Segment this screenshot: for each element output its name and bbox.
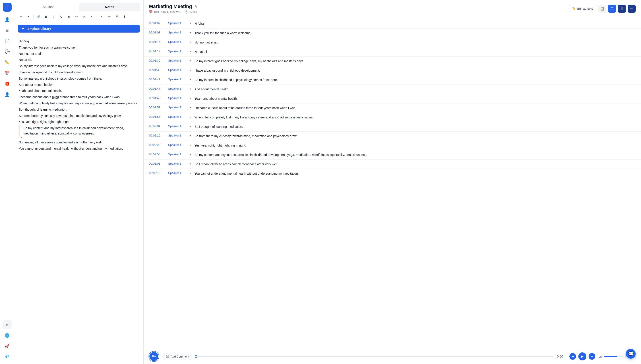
ts-time-15[interactable]: 00:03:08 <box>149 162 164 165</box>
tab-ai-chat[interactable]: AI Chat <box>18 3 78 11</box>
sidebar-icon-edit[interactable]: ✏️ <box>3 58 12 67</box>
ts-speaker-3[interactable]: Speaker 1 <box>168 50 186 53</box>
ts-time-10[interactable]: 00:01:57 <box>149 115 164 118</box>
ts-chevron-11[interactable]: ▾ <box>190 125 191 128</box>
floating-chat-btn[interactable]: 💬 <box>626 349 636 359</box>
toolbar-download-btn[interactable]: ⬇ <box>121 14 128 20</box>
toolbar-italic-btn[interactable]: I <box>51 14 57 20</box>
download-btn[interactable]: ⬇ <box>618 5 626 13</box>
tab-notes[interactable]: Notes <box>80 3 140 11</box>
doc-icon-btn[interactable]: 📋 <box>598 5 606 13</box>
ts-chevron-8[interactable]: ▾ <box>190 97 191 100</box>
ts-time-0[interactable]: 00:01:07 <box>149 22 164 25</box>
ts-chevron-10[interactable]: ▾ <box>190 116 191 119</box>
rewind-btn[interactable]: ⏮ <box>570 353 576 360</box>
editor-area[interactable]: Hi Viraj. Thank you for, for such a warm… <box>14 35 144 364</box>
ts-time-11[interactable]: 00:02:04 <box>149 124 164 128</box>
toolbar-strikethrough-btn[interactable]: S <box>66 14 72 20</box>
ts-time-16[interactable]: 00:03:13 <box>149 171 164 175</box>
ts-time-9[interactable]: 00:01:51 <box>149 106 164 109</box>
ts-time-2[interactable]: 00:01:16 <box>149 40 164 44</box>
ts-speaker-11[interactable]: Speaker 1 <box>168 124 186 128</box>
sidebar-icon-users[interactable]: 👤 <box>3 15 12 24</box>
ts-speaker-12[interactable]: Speaker 1 <box>168 134 186 137</box>
toolbar-copy-btn[interactable]: ⧉ <box>114 14 120 20</box>
ts-time-4[interactable]: 00:01:30 <box>149 59 164 62</box>
sidebar-icon-translate[interactable]: 🌐 <box>3 331 12 340</box>
toolbar-redo-btn[interactable]: ↷ <box>106 14 112 20</box>
sidebar-icon-calendar[interactable]: 📅 <box>3 69 12 78</box>
ts-speaker-8[interactable]: Speaker 1 <box>168 96 186 100</box>
ts-chevron-16[interactable]: ▾ <box>190 172 191 175</box>
ts-chevron-2[interactable]: ▾ <box>190 40 191 44</box>
volume-bar[interactable] <box>604 356 622 357</box>
ts-speaker-2[interactable]: Speaker 1 <box>168 40 186 44</box>
sidebar-expand-btn[interactable]: » <box>3 320 12 329</box>
ts-speaker-10[interactable]: Speaker 1 <box>168 115 186 118</box>
ts-time-3[interactable]: 00:01:17 <box>149 50 164 53</box>
toolbar-underline-btn[interactable]: U <box>58 14 64 20</box>
ts-time-7[interactable]: 00:01:47 <box>149 87 164 90</box>
ts-chevron-6[interactable]: ▾ <box>190 78 191 81</box>
ts-chevron-13[interactable]: ▾ <box>190 144 191 147</box>
editor-line-14: Yes, yes, right, right, right, right, ri… <box>19 119 139 125</box>
sidebar-icon-rocket[interactable]: 🚀 <box>3 342 12 350</box>
ts-chevron-9[interactable]: ▾ <box>190 106 191 109</box>
transcript-list: 00:01:07 Speaker 1 ▾ Hi Viraj. 00:01:08 … <box>144 18 641 348</box>
ts-speaker-15[interactable]: Speaker 1 <box>168 162 186 165</box>
ts-speaker-7[interactable]: Speaker 1 <box>168 87 186 90</box>
calendar-icon: 📅 <box>149 10 152 14</box>
ts-chevron-14[interactable]: ▾ <box>190 153 191 156</box>
meeting-meta: 📅 13/11/2024, 15:17:05 🕐 12:08 <box>149 10 197 14</box>
sidebar-icon-grid[interactable]: ⊞ <box>3 26 12 35</box>
ts-speaker-5[interactable]: Speaker 1 <box>168 68 186 72</box>
progress-bar[interactable] <box>196 356 553 357</box>
ts-speaker-0[interactable]: Speaker 1 <box>168 22 186 25</box>
ts-speaker-1[interactable]: Speaker 1 <box>168 31 186 34</box>
sidebar-icon-chat[interactable]: 💬 <box>3 47 12 56</box>
ts-chevron-12[interactable]: ▾ <box>190 134 191 138</box>
toolbar-bold-btn[interactable]: B <box>43 14 49 20</box>
ts-time-14[interactable]: 00:02:58 <box>149 152 164 156</box>
notification-badge[interactable]: 99+ <box>149 352 159 361</box>
ts-time-12[interactable]: 00:02:10 <box>149 134 164 137</box>
ts-speaker-13[interactable]: Speaker 1 <box>168 143 186 146</box>
ts-speaker-16[interactable]: Speaker 1 <box>168 171 186 175</box>
sidebar-icon-person[interactable]: 👤 <box>3 90 12 99</box>
toolbar-list-btn[interactable]: ≡ <box>18 14 24 20</box>
volume-icon[interactable]: 🔊 <box>599 355 603 358</box>
ts-time-5[interactable]: 00:01:38 <box>149 68 164 72</box>
play-pause-btn[interactable]: ▶ <box>578 352 586 360</box>
ts-chevron-15[interactable]: ▾ <box>190 162 191 166</box>
sidebar-icon-gift[interactable]: 🎁 <box>3 80 12 88</box>
toolbar-code-btn[interactable]: <> <box>74 14 80 20</box>
ts-speaker-9[interactable]: Speaker 1 <box>168 106 186 109</box>
toolbar-link-btn[interactable]: 🔗 <box>36 14 42 20</box>
template-library-btn[interactable]: ✦ Template Library <box>18 25 140 32</box>
ts-time-8[interactable]: 00:01:49 <box>149 96 164 100</box>
ts-chevron-0[interactable]: ▾ <box>190 22 191 25</box>
ts-chevron-4[interactable]: ▾ <box>190 59 191 62</box>
edit-title-icon[interactable]: ✎ <box>194 4 197 9</box>
ts-chevron-3[interactable]: ▾ <box>190 50 191 53</box>
ts-speaker-4[interactable]: Speaker 1 <box>168 59 186 62</box>
edit-as-note-btn[interactable]: ✏️ Edit as Note <box>569 5 596 12</box>
share-btn[interactable]: ⬡ <box>608 5 616 13</box>
toolbar-font-dropdown-btn[interactable]: ▾ <box>88 14 95 20</box>
ts-time-6[interactable]: 00:01:41 <box>149 78 164 81</box>
ts-time-1[interactable]: 00:01:08 <box>149 31 164 34</box>
toolbar-dropdown-btn[interactable]: ▾ <box>26 14 32 20</box>
sidebar-icon-doc[interactable]: 📄 <box>3 36 12 46</box>
ts-time-13[interactable]: 00:02:23 <box>149 143 164 146</box>
ts-chevron-1[interactable]: ▾ <box>190 31 191 34</box>
more-btn[interactable]: ··· <box>628 5 636 13</box>
ts-speaker-14[interactable]: Speaker 1 <box>168 152 186 156</box>
ts-chevron-5[interactable]: ▾ <box>190 69 191 72</box>
ts-speaker-6[interactable]: Speaker 1 <box>168 78 186 81</box>
toolbar-undo-btn[interactable]: ↶ <box>98 14 105 20</box>
add-comment-btn[interactable]: 💬 Add Comment <box>162 353 192 360</box>
toolbar-font-color-btn[interactable]: A <box>81 14 87 20</box>
fast-forward-btn[interactable]: ⏭ <box>588 353 595 360</box>
ts-chevron-7[interactable]: ▾ <box>190 88 191 90</box>
sidebar-icon-diamond[interactable]: 💎 <box>3 352 12 361</box>
